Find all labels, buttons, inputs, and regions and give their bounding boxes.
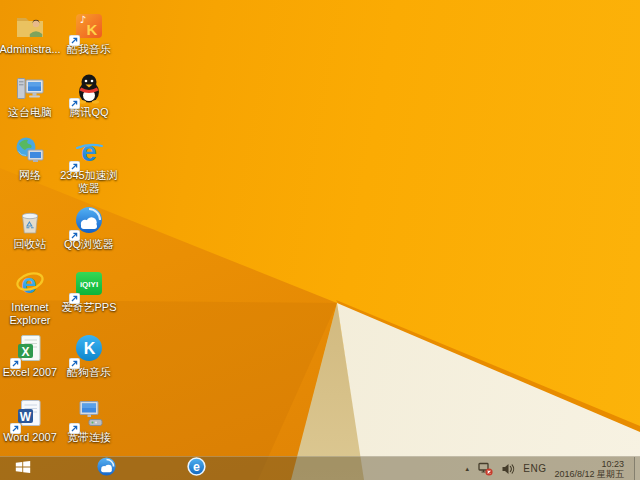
this-pc-icon [13,71,47,105]
network-disconnected-icon[interactable] [478,461,493,476]
taskbar-qq-browser-button[interactable] [80,457,132,480]
shortcut-arrow-icon [69,420,80,431]
internet-explorer-icon: e [13,266,47,300]
svg-text:♪: ♪ [80,14,86,25]
desktop-icon-kuwo-music[interactable]: K ♪ 酷我音乐 [56,8,122,56]
desktop-icon-this-pc[interactable]: 这台电脑 [0,71,61,119]
shortcut-arrow-icon [69,227,80,238]
user-folder-icon [13,8,47,42]
desktop-icon-network[interactable]: 网络 [0,134,61,182]
desktop-icon-internet-explorer[interactable]: e Internet Explorer [0,266,61,327]
svg-text:W: W [20,410,32,424]
system-tray: ▲ ENG 10:23 2016/8/12 星期五 [464,457,640,480]
excel-icon: X [13,331,47,365]
taskbar: e ▲ ENG 10:2 [0,456,640,480]
shortcut-arrow-icon [10,420,21,431]
windows-desktop: Administra... 这台电脑 [0,0,640,480]
svg-text:K: K [87,21,98,38]
desktop-icon-label: 2345加速浏览器 [56,169,122,195]
shortcut-arrow-icon [69,355,80,366]
desktop-icon-label: 回收站 [14,238,47,251]
kuwo-music-icon: K ♪ [72,8,106,42]
svg-text:K: K [84,340,96,357]
e-browser-taskbar-icon: e [186,456,207,480]
desktop-icon-qq-browser[interactable]: QQ浏览器 [56,203,122,251]
kugou-music-icon: K [72,331,106,365]
desktop-icon-kugou-music[interactable]: K 酷狗音乐 [56,331,122,379]
clock[interactable]: 10:23 2016/8/12 星期五 [554,459,626,479]
desktop-icon-iqiyi-pps[interactable]: iQIYI 爱奇艺PPS [56,266,122,314]
start-button[interactable] [0,457,46,480]
shortcut-arrow-icon [69,290,80,301]
svg-text:iQIYI: iQIYI [80,280,98,289]
desktop-icon-tencent-qq[interactable]: 腾讯QQ [56,71,122,119]
desktop-icon-administrator[interactable]: Administra... [0,8,61,56]
iqiyi-pps-icon: iQIYI [72,266,106,300]
broadband-icon [72,396,106,430]
svg-text:e: e [193,460,200,474]
qq-browser-taskbar-icon [96,456,117,480]
shortcut-arrow-icon [69,158,80,169]
chevron-up-icon[interactable]: ▲ [464,466,470,472]
desktop-icon-label: 网络 [19,169,41,182]
desktop-icon-broadband[interactable]: 宽带连接 [56,396,122,444]
language-indicator[interactable]: ENG [523,463,546,474]
desktop-icon-label: Internet Explorer [0,301,61,327]
shortcut-arrow-icon [10,355,21,366]
word-icon: W [13,396,47,430]
clock-time: 10:23 [554,459,624,469]
desktop-icon-label: Administra... [0,43,61,56]
desktop-icon-recycle-bin[interactable]: 回收站 [0,203,61,251]
desktop-icon-word-2007[interactable]: W Word 2007 [0,396,61,444]
network-icon [13,134,47,168]
shortcut-arrow-icon [69,32,80,43]
shortcut-arrow-icon [69,95,80,106]
show-desktop-button[interactable] [634,457,640,480]
windows-start-icon [14,458,32,480]
svg-text:X: X [21,345,29,359]
desktop-icon-excel-2007[interactable]: X Excel 2007 [0,331,61,379]
desktop-icon-label: 这台电脑 [8,106,52,119]
clock-date: 2016/8/12 星期五 [554,469,624,479]
taskbar-e-browser-button[interactable]: e [170,457,222,480]
2345-browser-icon: e [72,134,106,168]
tencent-qq-icon [72,71,106,105]
speaker-icon[interactable] [501,462,515,476]
svg-text:e: e [81,136,97,167]
qq-browser-icon [72,203,106,237]
desktop-icon-2345-browser[interactable]: e 2345加速浏览器 [56,134,122,195]
recycle-bin-icon [13,203,47,237]
